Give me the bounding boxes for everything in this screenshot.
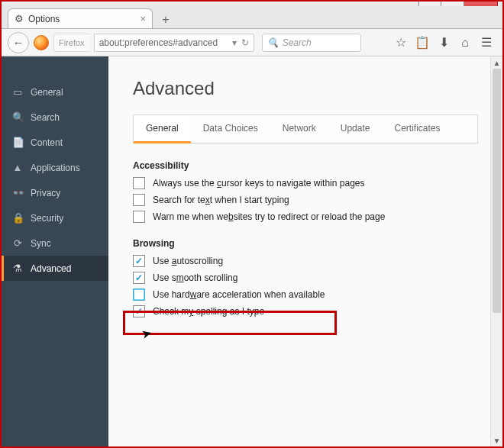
- accessibility-heading: Accessibility: [133, 160, 478, 171]
- general-icon: ▭: [12, 86, 23, 98]
- search-icon: 🔍: [267, 37, 279, 48]
- sync-icon: ⟳: [12, 237, 23, 249]
- checkbox-smooth-scrolling[interactable]: ✓: [133, 272, 145, 284]
- checkbox-search-text[interactable]: [133, 194, 145, 206]
- tab-title: Options: [28, 14, 60, 24]
- url-text: about:preferences#advanced: [99, 37, 218, 48]
- advanced-subtabs: General Data Choices Network Update Cert…: [133, 114, 478, 143]
- subtab-update[interactable]: Update: [328, 115, 383, 143]
- new-tab-button[interactable]: +: [156, 11, 176, 28]
- tab-strip: ⚙ Options × +: [2, 6, 502, 29]
- checkbox-autoscrolling[interactable]: ✓: [133, 255, 145, 267]
- sidebar-item-applications[interactable]: ▲Applications: [2, 155, 108, 180]
- label-cursor-keys: Always use the cursor keys to navigate w…: [153, 178, 364, 189]
- downloads-icon[interactable]: ⬇: [434, 33, 454, 53]
- home-icon[interactable]: ⌂: [455, 33, 475, 53]
- url-bar[interactable]: about:preferences#advanced ▾↻: [94, 34, 254, 52]
- preferences-main: Advanced General Data Choices Network Up…: [108, 56, 502, 446]
- sidebar-item-sync[interactable]: ⟳Sync: [2, 230, 108, 256]
- label-smooth-scrolling: Use smooth scrolling: [153, 272, 237, 283]
- page-title: Advanced: [133, 78, 478, 99]
- security-icon: 🔒: [12, 212, 23, 224]
- sidebar-item-content[interactable]: 📄Content: [2, 130, 108, 155]
- checkbox-cursor-keys[interactable]: [133, 177, 145, 189]
- browsing-heading: Browsing: [133, 238, 478, 249]
- sidebar-item-general[interactable]: ▭General: [2, 79, 108, 105]
- scroll-thumb[interactable]: [493, 69, 501, 313]
- search-bar[interactable]: 🔍 Search: [262, 34, 361, 52]
- checkbox-warn-redirect[interactable]: [133, 211, 145, 223]
- scroll-down-arrow-icon[interactable]: ▼: [491, 434, 502, 446]
- advanced-icon: ⚗: [12, 263, 23, 274]
- browsing-section: Browsing ✓Use autoscrolling ✓Use smooth …: [133, 238, 478, 317]
- label-warn-redirect: Warn me when websites try to redirect or…: [153, 211, 385, 222]
- search-pref-icon: 🔍: [12, 111, 23, 123]
- label-hardware-acceleration: Use hardware acceleration when available: [153, 289, 325, 300]
- label-autoscrolling: Use autoscrolling: [153, 256, 223, 266]
- scroll-up-arrow-icon[interactable]: ▲: [491, 56, 502, 69]
- sidebar-item-security[interactable]: 🔒Security: [2, 205, 108, 230]
- search-placeholder: Search: [283, 37, 312, 48]
- subtab-general[interactable]: General: [134, 115, 191, 143]
- label-spelling: Check my spelling as I type: [153, 306, 264, 317]
- tab-close-icon[interactable]: ×: [140, 13, 146, 24]
- navigation-toolbar: ← Firefox about:preferences#advanced ▾↻ …: [2, 29, 502, 56]
- dropmarker-icon[interactable]: ▾: [232, 37, 237, 48]
- label-search-text: Search for text when I start typing: [153, 195, 289, 205]
- checkbox-spelling[interactable]: ✓: [133, 305, 145, 317]
- sidebar-item-privacy[interactable]: 👓Privacy: [2, 180, 108, 205]
- clipboard-icon[interactable]: 📋: [412, 33, 432, 53]
- content-icon: 📄: [12, 137, 23, 148]
- privacy-icon: 👓: [12, 187, 23, 198]
- applications-icon: ▲: [12, 162, 23, 173]
- firefox-logo-icon: [34, 35, 49, 50]
- browser-tab-options[interactable]: ⚙ Options ×: [8, 8, 153, 28]
- sidebar-item-advanced[interactable]: ⚗Advanced: [2, 256, 108, 281]
- subtab-network[interactable]: Network: [270, 115, 328, 143]
- bookmark-star-icon[interactable]: ☆: [391, 33, 411, 53]
- subtab-data-choices[interactable]: Data Choices: [191, 115, 270, 143]
- gear-icon: ⚙: [15, 13, 24, 24]
- sidebar-item-search[interactable]: 🔍Search: [2, 105, 108, 130]
- accessibility-section: Accessibility Always use the cursor keys…: [133, 160, 478, 223]
- vertical-scrollbar[interactable]: ▲ ▼: [490, 56, 502, 446]
- menu-icon[interactable]: ☰: [477, 33, 496, 53]
- reload-icon[interactable]: ↻: [241, 37, 249, 48]
- identity-box[interactable]: Firefox: [53, 34, 89, 52]
- preferences-sidebar: ▭General 🔍Search 📄Content ▲Applications …: [2, 56, 108, 446]
- subtab-certificates[interactable]: Certificates: [382, 115, 452, 143]
- back-button[interactable]: ←: [8, 32, 29, 53]
- checkbox-hardware-acceleration[interactable]: [133, 288, 145, 301]
